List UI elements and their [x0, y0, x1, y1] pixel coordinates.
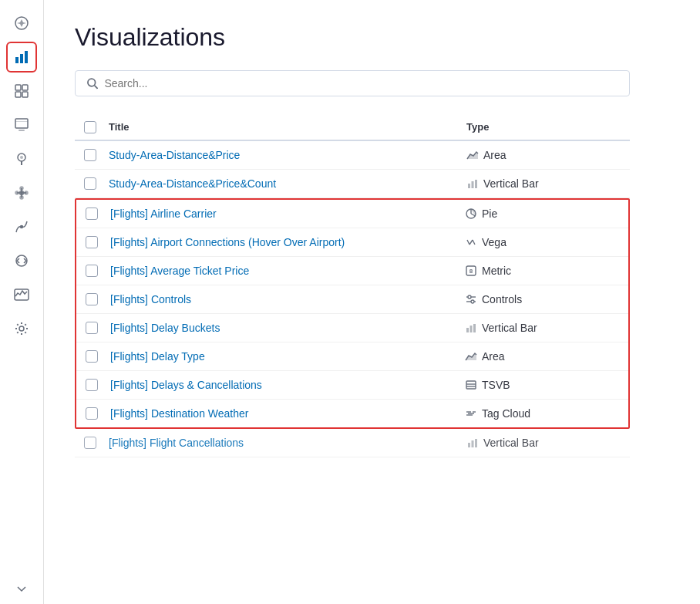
- table-row: [Flights] Delay Buckets Vertical Bar: [76, 314, 628, 342]
- sidebar-item-visualize[interactable]: [6, 42, 37, 73]
- highlighted-rows-group: [Flights] Airline Carrier Pie [F: [75, 198, 630, 429]
- svg-point-38: [468, 295, 471, 299]
- sidebar-item-discover[interactable]: [6, 8, 37, 39]
- vega-icon: [465, 236, 477, 248]
- row-checkbox[interactable]: [86, 208, 98, 220]
- sidebar-item-management[interactable]: [6, 313, 37, 344]
- row-type: Area: [466, 149, 621, 161]
- row-title[interactable]: [Flights] Delay Buckets: [110, 322, 465, 334]
- table-row: [Flights] Average Ticket Price 8 Metric: [76, 257, 628, 285]
- table-row: [Flights] Delay Type Area: [76, 342, 628, 371]
- svg-point-23: [21, 226, 23, 228]
- sidebar: [0, 0, 44, 604]
- header-type: Type: [466, 121, 621, 133]
- metric-icon: 8: [465, 265, 477, 277]
- row-checkbox[interactable]: [86, 236, 98, 248]
- row-type: Pie: [465, 208, 619, 220]
- svg-rect-44: [466, 381, 476, 389]
- svg-rect-41: [470, 326, 473, 332]
- svg-point-39: [471, 300, 474, 303]
- table-row: [Flights] Destination Weather Tag Cloud: [76, 400, 628, 427]
- svg-text:8: 8: [469, 268, 473, 275]
- vertical-bar-icon: [466, 177, 479, 190]
- vertical-bar-icon: [466, 437, 479, 449]
- svg-rect-5: [15, 85, 21, 90]
- header-checkbox-col: [84, 121, 109, 133]
- main-content: Visualizations Title Type Study-Area-Dis…: [44, 0, 700, 604]
- visualizations-table: Title Type Study-Area-Distance&Price Are…: [75, 115, 630, 457]
- row-title[interactable]: [Flights] Airport Connections (Hover Ove…: [110, 236, 465, 248]
- row-checkbox[interactable]: [86, 407, 98, 420]
- svg-rect-2: [15, 57, 19, 63]
- sidebar-item-graph[interactable]: [6, 177, 37, 208]
- row-type: Vertical Bar: [465, 322, 619, 334]
- row-title[interactable]: [Flights] Destination Weather: [110, 407, 465, 420]
- svg-rect-10: [19, 130, 25, 131]
- row-title[interactable]: [Flights] Controls: [110, 293, 465, 305]
- select-all-checkbox[interactable]: [84, 121, 96, 133]
- svg-point-13: [20, 156, 23, 159]
- row-checkbox[interactable]: [86, 293, 98, 305]
- svg-rect-32: [475, 180, 477, 188]
- row-type: Controls: [465, 293, 619, 305]
- svg-line-28: [95, 86, 98, 89]
- page-title: Visualizations: [75, 23, 669, 52]
- pie-icon: [465, 208, 477, 220]
- row-checkbox[interactable]: [86, 322, 98, 334]
- sidebar-item-canvas[interactable]: [6, 110, 37, 140]
- sidebar-item-dashboard[interactable]: [6, 76, 37, 106]
- svg-rect-3: [20, 54, 23, 63]
- row-title[interactable]: [Flights] Airline Carrier: [110, 208, 465, 220]
- row-title[interactable]: Study-Area-Distance&Price&Count: [109, 177, 466, 190]
- tag-cloud-icon: [465, 407, 477, 420]
- row-type: TSVB: [465, 379, 619, 391]
- svg-marker-29: [467, 152, 478, 159]
- header-title: Title: [109, 121, 466, 133]
- svg-rect-6: [22, 85, 28, 90]
- area-icon: [465, 350, 477, 363]
- svg-rect-30: [468, 184, 470, 188]
- sidebar-item-maps[interactable]: [6, 143, 37, 174]
- svg-rect-7: [15, 92, 21, 97]
- svg-rect-31: [472, 181, 474, 188]
- svg-rect-11: [15, 121, 28, 122]
- row-type: Vertical Bar: [466, 177, 621, 190]
- row-checkbox[interactable]: [86, 350, 98, 363]
- svg-point-26: [19, 326, 24, 331]
- row-title[interactable]: [Flights] Delays & Cancellations: [110, 379, 465, 391]
- tsvb-icon: [465, 379, 477, 391]
- row-title[interactable]: Study-Area-Distance&Price: [109, 149, 466, 161]
- sidebar-item-ml[interactable]: [6, 211, 37, 242]
- table-header: Title Type: [75, 115, 630, 141]
- row-checkbox[interactable]: [84, 149, 96, 161]
- row-checkbox[interactable]: [84, 177, 96, 190]
- svg-marker-43: [466, 353, 476, 360]
- svg-rect-9: [15, 119, 28, 128]
- svg-point-24: [16, 255, 27, 266]
- row-type: 8 Metric: [465, 265, 619, 277]
- row-title[interactable]: [Flights] Average Ticket Price: [110, 265, 465, 277]
- search-icon: [86, 77, 98, 89]
- row-type: Vertical Bar: [466, 437, 621, 449]
- row-title[interactable]: [Flights] Flight Cancellations: [109, 437, 466, 449]
- search-bar[interactable]: [75, 70, 630, 96]
- table-row: [Flights] Airport Connections (Hover Ove…: [76, 228, 628, 257]
- search-input[interactable]: [104, 77, 618, 89]
- row-checkbox[interactable]: [86, 265, 98, 277]
- svg-rect-4: [25, 51, 28, 63]
- row-checkbox[interactable]: [84, 437, 96, 449]
- sidebar-item-devtools[interactable]: [6, 245, 37, 276]
- vertical-bar-icon: [465, 322, 477, 334]
- sidebar-item-monitoring[interactable]: [6, 279, 37, 310]
- table-row: Study-Area-Distance&Price Area: [75, 141, 630, 170]
- svg-rect-51: [468, 443, 470, 447]
- svg-rect-40: [466, 328, 469, 332]
- table-row: [Flights] Delays & Cancellations TSVB: [76, 371, 628, 400]
- sidebar-item-bottom[interactable]: [6, 573, 37, 604]
- table-row: [Flights] Controls Controls: [76, 285, 628, 314]
- row-checkbox[interactable]: [86, 379, 98, 391]
- controls-icon: [465, 293, 477, 305]
- row-title[interactable]: [Flights] Delay Type: [110, 350, 465, 363]
- table-row: [Flights] Flight Cancellations Vertical …: [75, 429, 630, 457]
- table-row: Study-Area-Distance&Price&Count Vertical…: [75, 170, 630, 198]
